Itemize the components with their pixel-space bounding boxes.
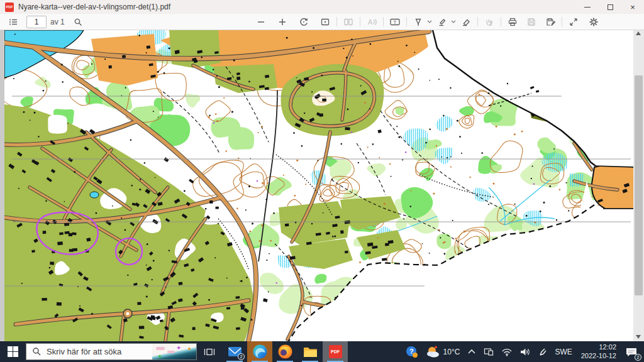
chevron-up-icon (467, 348, 476, 356)
page-count-label: av 1 (50, 18, 65, 26)
search-icon (32, 347, 42, 356)
search-icon (73, 17, 83, 27)
task-view-icon (204, 347, 215, 357)
highlight-options-chevron[interactable] (450, 15, 457, 29)
table-of-contents-icon (8, 17, 18, 27)
window-title: Nyare-karta--ver-del-av-t-vlingsomr-det(… (18, 3, 170, 11)
weather-sun-cloud-icon (426, 346, 441, 358)
pdf-app-icon: PDF (329, 345, 342, 358)
page-number-input[interactable] (26, 16, 47, 28)
highlight-button[interactable] (434, 15, 450, 29)
rotate-button[interactable] (296, 15, 312, 29)
search-decoration-image: ✦ (152, 344, 196, 359)
help-tray-button[interactable]: ? (402, 341, 422, 362)
close-button[interactable]: × (621, 0, 644, 14)
pen-icon (538, 348, 547, 356)
zoom-out-button[interactable] (253, 15, 269, 29)
start-button[interactable] (0, 341, 25, 362)
desktop: PDF Nyare-karta--ver-del-av-t-vlingsomr-… (0, 0, 644, 362)
weather-widget[interactable]: 10°C (422, 341, 464, 362)
highlighter-icon (437, 17, 447, 27)
search-document-button[interactable] (70, 15, 86, 29)
taskbar-pdf-app[interactable]: PDF (323, 341, 348, 362)
language-indicator[interactable]: SWE (551, 341, 575, 362)
volume-button[interactable] (516, 341, 535, 362)
display-icon (484, 348, 494, 356)
touch-mode-button[interactable] (481, 15, 497, 29)
fit-to-page-icon (320, 17, 330, 27)
scroll-up-arrow-icon[interactable] (636, 31, 641, 35)
read-aloud-icon: A (366, 17, 377, 27)
save-button[interactable] (523, 15, 540, 29)
draw-pen-icon (413, 17, 423, 27)
clock-widget[interactable]: 12:02 2022-10-12 (576, 343, 621, 361)
close-icon: × (630, 3, 635, 11)
mail-badge: 2 (238, 353, 245, 360)
fit-to-page-button[interactable] (317, 15, 333, 29)
add-text-icon: T (389, 17, 401, 27)
edge-icon (252, 344, 268, 359)
scrollbar-thumb[interactable] (635, 75, 643, 295)
show-hidden-icons-button[interactable] (464, 341, 480, 362)
eraser-icon (461, 17, 471, 27)
minimize-button[interactable] (576, 0, 599, 14)
folder-icon (303, 344, 318, 359)
wifi-button[interactable] (497, 341, 516, 362)
save-as-icon (545, 17, 555, 27)
taskbar-edge-browser[interactable] (247, 341, 272, 362)
print-button[interactable] (504, 15, 521, 29)
sparkle-icon: ✦ (176, 345, 181, 351)
draw-button[interactable] (410, 15, 426, 29)
taskbar-mail-app[interactable]: 2 (222, 341, 247, 362)
help-icon: ? (406, 346, 418, 358)
firefox-icon (277, 344, 293, 359)
windows-logo-icon (8, 346, 18, 357)
settings-button[interactable] (586, 15, 602, 29)
date-label: 2022-10-12 (581, 352, 616, 361)
minimize-icon (584, 7, 591, 8)
draw-options-chevron[interactable] (426, 15, 433, 29)
pdf-file-icon: PDF (5, 3, 14, 12)
windows-taskbar: Skriv här för att söka ✦ 2 (0, 341, 644, 362)
task-view-button[interactable] (197, 341, 222, 362)
taskbar-firefox-browser[interactable] (272, 341, 297, 362)
save-as-button[interactable] (542, 15, 558, 29)
page-view-button[interactable] (340, 15, 357, 29)
page-view-icon (343, 17, 353, 27)
save-icon (526, 17, 536, 27)
time-label: 12:02 (581, 343, 616, 352)
display-connect-button[interactable] (480, 341, 497, 362)
zoom-in-icon (277, 17, 287, 27)
maximize-icon (608, 4, 613, 10)
language-label: SWE (555, 348, 572, 356)
vertical-scrollbar[interactable] (633, 30, 644, 341)
svg-text:A: A (368, 18, 373, 26)
taskbar-file-explorer[interactable] (297, 341, 323, 362)
taskbar-search-box[interactable]: Skriv här för att söka ✦ (26, 343, 197, 360)
notification-center-button[interactable]: 2 (621, 341, 644, 362)
speaker-icon (520, 348, 531, 356)
read-aloud-button[interactable]: A (364, 15, 380, 29)
expand-icon (569, 17, 579, 27)
fullscreen-button[interactable] (565, 15, 582, 29)
wifi-icon (501, 348, 513, 356)
document-viewer (0, 30, 644, 341)
print-icon (508, 17, 518, 27)
pdf-toolbar: av 1 A T (0, 14, 644, 30)
pen-settings-button[interactable] (535, 341, 551, 362)
svg-text:T: T (394, 19, 397, 25)
table-of-contents-button[interactable] (5, 15, 21, 29)
rotate-icon (299, 17, 309, 27)
pdf-page-orienteering-map[interactable] (4, 30, 633, 341)
swimming-pool (90, 192, 99, 198)
zoom-out-icon (256, 17, 266, 27)
erase-button[interactable] (458, 15, 474, 29)
maximize-button[interactable] (599, 0, 621, 14)
search-placeholder-text: Skriv här för att söka (47, 347, 121, 356)
gear-icon (589, 17, 599, 27)
zoom-in-button[interactable] (274, 15, 291, 29)
add-text-button[interactable]: T (387, 15, 403, 29)
temperature-label: 10°C (443, 348, 460, 356)
scroll-down-arrow-icon[interactable] (636, 335, 641, 339)
hand-icon (484, 17, 494, 27)
